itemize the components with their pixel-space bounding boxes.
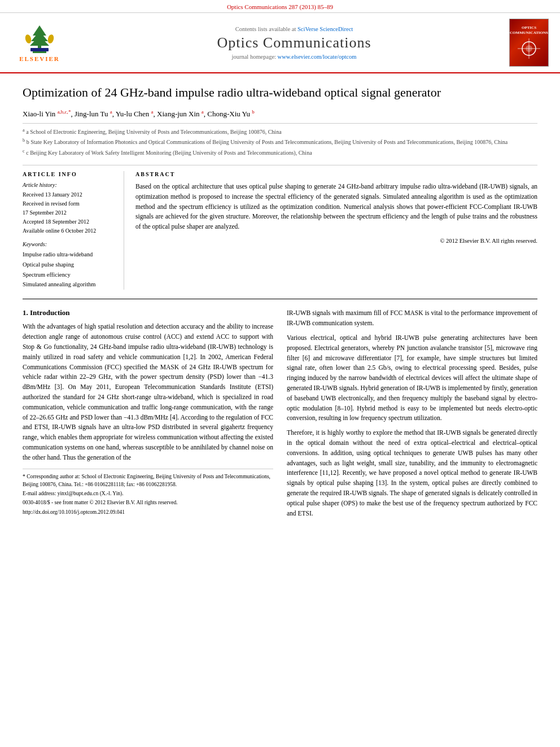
received-date: Received 13 January 2012 xyxy=(23,190,117,199)
article-title: Optimization of 24 GHz-band impulse radi… xyxy=(23,85,537,101)
affiliation-a: a a School of Electronic Engineering, Be… xyxy=(23,127,537,136)
keyword-2: Optical pulse shaping xyxy=(23,260,117,270)
journal-top-bar: Optics Communications 287 (2013) 85–89 xyxy=(0,0,560,13)
abstract-label: ABSTRACT xyxy=(135,171,537,177)
journal-cover-graphic xyxy=(515,37,543,60)
body-divider xyxy=(23,299,537,299)
page-wrapper: Optics Communications 287 (2013) 85–89 xyxy=(0,0,560,535)
body-left-column: 1. Introduction With the advantages of h… xyxy=(23,308,273,523)
available-date: Available online 6 October 2012 xyxy=(23,226,117,235)
elsevier-tree-icon xyxy=(17,23,62,54)
doi-line: http://dx.doi.org/10.1016/j.optcom.2012.… xyxy=(23,509,273,515)
keyword-1: Impulse radio ultra-wideband xyxy=(23,250,117,260)
copyright-line: © 2012 Elsevier B.V. All rights reserved… xyxy=(135,238,537,244)
journal-center: Contents lists available at SciVerse Sci… xyxy=(79,26,509,60)
footnote-section: * Corresponding author at: School of Ele… xyxy=(23,469,273,515)
authors-line: Xiao-li Yin a,b,c,*, Jing-lun Tu a, Yu-l… xyxy=(23,109,537,119)
article-info-label: ARTICLE INFO xyxy=(23,171,117,177)
abstract-column: ABSTRACT Based on the optical architectu… xyxy=(135,171,537,290)
journal-cover-image: OPTICSCOMMUNICATIONS xyxy=(509,19,549,67)
elsevier-logo-text: ELSEVIER xyxy=(19,55,60,62)
keyword-3: Spectrum efficiency xyxy=(23,270,117,280)
svg-rect-7 xyxy=(30,48,49,51)
abstract-text: Based on the optical architecture that u… xyxy=(135,182,537,232)
body-para-right-1: IR-UWB signals with maximum fill of FCC … xyxy=(287,308,537,329)
keywords-label: Keywords: xyxy=(23,241,117,247)
svg-point-6 xyxy=(47,34,55,44)
journal-homepage-link[interactable]: www.elsevier.com/locate/optcom xyxy=(278,54,357,60)
article-history: Article history: Received 13 January 201… xyxy=(23,182,117,235)
elsevier-logo: ELSEVIER xyxy=(11,23,68,62)
affiliation-b: b b State Key Laboratory of Information … xyxy=(23,137,537,146)
journal-header: ELSEVIER Contents lists available at Sci… xyxy=(0,13,560,73)
article-info-abstract-layout: ARTICLE INFO Article history: Received 1… xyxy=(23,165,537,290)
footnote-issn: 0030-4018/$ - see front matter © 2012 El… xyxy=(23,499,273,506)
intro-heading: 1. Introduction xyxy=(23,308,273,317)
footnote-corresponding: * Corresponding author at: School of Ele… xyxy=(23,473,273,489)
journal-citation: Optics Communications 287 (2013) 85–89 xyxy=(227,3,333,10)
affiliations: a a School of Electronic Engineering, Be… xyxy=(23,123,537,157)
svg-point-5 xyxy=(24,34,32,44)
accepted-date: Accepted 18 September 2012 xyxy=(23,217,117,226)
journal-cover-title: OPTICSCOMMUNICATIONS xyxy=(510,25,548,35)
received-revised-date: 17 September 2012 xyxy=(23,208,117,217)
sciverse-line: Contents lists available at SciVerse Sci… xyxy=(79,26,509,32)
affiliation-c: c c Beijing Key Laboratory of Work Safet… xyxy=(23,148,537,157)
article-info-column: ARTICLE INFO Article history: Received 1… xyxy=(23,171,124,290)
body-two-col: 1. Introduction With the advantages of h… xyxy=(23,308,537,523)
keywords-section: Keywords: Impulse radio ultra-wideband O… xyxy=(23,241,117,290)
footnote-email: E-mail address: yinxl@bupt.edu.cn (X.-l.… xyxy=(23,490,273,497)
journal-name: Optics Communications xyxy=(79,34,509,51)
body-para-right-2: Various electrical, optical and hybrid I… xyxy=(287,333,537,423)
article-history-label: Article history: xyxy=(23,182,117,188)
journal-homepage-line: journal homepage: www.elsevier.com/locat… xyxy=(79,54,509,60)
body-right-column: IR-UWB signals with maximum fill of FCC … xyxy=(287,308,537,523)
body-para-right-3: Therefore, it is highly worthy to explor… xyxy=(287,428,537,518)
sciverse-link[interactable]: SciVerse ScienceDirect xyxy=(298,26,353,32)
keyword-4: Simulated annealing algorithm xyxy=(23,279,117,290)
received-revised-label: Received in revised form xyxy=(23,199,117,208)
article-content: Optimization of 24 GHz-band impulse radi… xyxy=(0,73,560,535)
body-para-1: With the advantages of high spatial reso… xyxy=(23,322,273,462)
